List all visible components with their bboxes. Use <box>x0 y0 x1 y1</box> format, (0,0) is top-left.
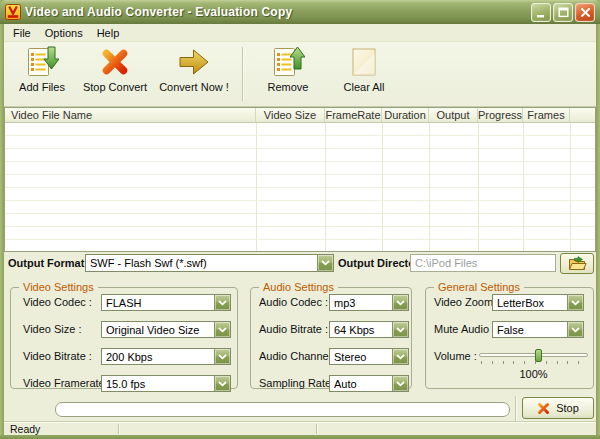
convert-now-button[interactable]: Convert Now ! <box>150 45 238 103</box>
toolbar-separator <box>242 47 244 101</box>
audio-bitrate-dropdown-button[interactable] <box>392 322 408 337</box>
stop-convert-button[interactable]: Stop Convert <box>76 45 154 103</box>
audio-channels-dropdown-button[interactable] <box>392 349 408 364</box>
output-format-label: Output Format : <box>8 257 91 269</box>
column-header-blank <box>570 108 595 122</box>
menubar: File Options Help <box>4 24 596 41</box>
statusbar-divider <box>118 424 120 434</box>
video-codec-label: Video Codec : <box>23 294 92 311</box>
mute-audio-label: Mute Audio : <box>434 321 495 338</box>
add-files-label: Add Files <box>19 81 65 93</box>
stop-convert-icon <box>98 45 132 79</box>
video-codec-select[interactable]: FLASH <box>101 294 231 311</box>
mute-audio-select[interactable]: False <box>492 321 584 338</box>
audio-codec-value: mp3 <box>330 297 392 309</box>
chevron-down-icon <box>218 381 227 387</box>
column-header-framerate[interactable]: FrameRate <box>325 108 382 122</box>
video-framerate-value: 15.0 fps <box>102 378 214 390</box>
add-files-icon <box>25 45 59 79</box>
audio-codec-select[interactable]: mp3 <box>329 294 409 311</box>
video-bitrate-select[interactable]: 200 Kbps <box>101 348 231 365</box>
video-zoom-dropdown-button[interactable] <box>567 295 583 310</box>
file-list: Video File Name Video Size FrameRate Dur… <box>4 107 596 252</box>
menu-options[interactable]: Options <box>38 26 90 40</box>
video-size-label: Video Size : <box>23 321 82 338</box>
sampling-rate-label: Sampling Rate : <box>259 375 337 392</box>
grid-line <box>570 123 571 251</box>
window-title: Video and Audio Converter - Evaluation C… <box>25 5 531 19</box>
minimize-button[interactable] <box>531 3 551 22</box>
audio-settings-group: Audio Settings Audio Codec : mp3 Audio B… <box>250 287 412 389</box>
stop-button-label: Stop <box>556 402 579 414</box>
maximize-icon <box>557 6 570 19</box>
chevron-down-icon <box>218 327 227 333</box>
clear-all-button[interactable]: Clear All <box>332 45 396 103</box>
menu-help[interactable]: Help <box>90 26 127 40</box>
volume-slider[interactable] <box>479 353 588 357</box>
file-list-body[interactable] <box>5 123 595 251</box>
grid-line <box>429 123 430 251</box>
app-window: Video and Audio Converter - Evaluation C… <box>0 0 600 439</box>
video-bitrate-label: Video Bitrate : <box>23 348 92 365</box>
browse-directory-button[interactable] <box>560 253 594 274</box>
close-button[interactable] <box>575 3 595 22</box>
sampling-rate-dropdown-button[interactable] <box>392 376 408 391</box>
remove-label: Remove <box>268 81 309 93</box>
column-header-progress[interactable]: Progress <box>478 108 523 122</box>
volume-slider-ticks <box>481 361 588 364</box>
video-settings-title: Video Settings <box>19 281 98 293</box>
footer-separator <box>515 396 517 421</box>
column-header-output[interactable]: Output <box>429 108 478 122</box>
audio-codec-label: Audio Codec : <box>259 294 328 311</box>
titlebar[interactable]: Video and Audio Converter - Evaluation C… <box>0 0 600 24</box>
video-bitrate-value: 200 Kbps <box>102 351 214 363</box>
video-zoom-select[interactable]: LetterBox <box>492 294 584 311</box>
remove-button[interactable]: Remove <box>256 45 320 103</box>
progress-bar <box>55 402 510 417</box>
video-framerate-select[interactable]: 15.0 fps <box>101 375 231 392</box>
audio-bitrate-select[interactable]: 64 Kbps <box>329 321 409 338</box>
output-format-select[interactable]: SWF - Flash Swf (*.swf) <box>85 254 334 272</box>
menu-file[interactable]: File <box>6 26 38 40</box>
add-files-button[interactable]: Add Files <box>10 45 74 103</box>
grid-line <box>325 123 326 251</box>
column-header-video-size[interactable]: Video Size <box>256 108 325 122</box>
volume-percent: 100% <box>479 368 588 380</box>
video-codec-dropdown-button[interactable] <box>214 295 230 310</box>
window-border-right <box>596 24 600 439</box>
column-header-duration[interactable]: Duration <box>382 108 429 122</box>
convert-now-label: Convert Now ! <box>159 81 229 93</box>
grid-line <box>382 123 383 251</box>
client-area: File Options Help Add Files <box>4 24 596 435</box>
video-size-value: Original Video Size <box>102 324 214 336</box>
audio-bitrate-value: 64 Kbps <box>330 324 392 336</box>
output-directory-input[interactable] <box>410 254 556 272</box>
audio-codec-dropdown-button[interactable] <box>392 295 408 310</box>
chevron-down-icon <box>218 300 227 306</box>
statusbar-divider <box>316 424 318 434</box>
chevron-down-icon <box>396 354 405 360</box>
audio-channels-select[interactable]: Stereo <box>329 348 409 365</box>
status-text: Ready <box>10 423 40 435</box>
sampling-rate-select[interactable]: Auto <box>329 375 409 392</box>
chevron-down-icon <box>218 354 227 360</box>
chevron-down-icon <box>321 260 330 266</box>
file-list-header: Video File Name Video Size FrameRate Dur… <box>5 108 595 123</box>
general-settings-group: General Settings Video Zoom : LetterBox … <box>425 287 594 389</box>
output-format-dropdown-button[interactable] <box>317 255 333 271</box>
minimize-icon <box>535 6 548 19</box>
output-format-value: SWF - Flash Swf (*.swf) <box>86 257 317 269</box>
video-framerate-dropdown-button[interactable] <box>214 376 230 391</box>
stop-button[interactable]: Stop <box>522 397 594 419</box>
mute-audio-dropdown-button[interactable] <box>567 322 583 337</box>
video-size-select[interactable]: Original Video Size <box>101 321 231 338</box>
column-header-video-file-name[interactable]: Video File Name <box>5 108 256 122</box>
video-framerate-label: Video Framerate : <box>23 375 111 392</box>
chevron-down-icon <box>396 381 405 387</box>
maximize-button[interactable] <box>553 3 573 22</box>
video-size-dropdown-button[interactable] <box>214 322 230 337</box>
column-header-frames[interactable]: Frames <box>523 108 570 122</box>
video-bitrate-dropdown-button[interactable] <box>214 349 230 364</box>
volume-label: Volume : <box>434 348 477 365</box>
video-zoom-label: Video Zoom : <box>434 294 499 311</box>
